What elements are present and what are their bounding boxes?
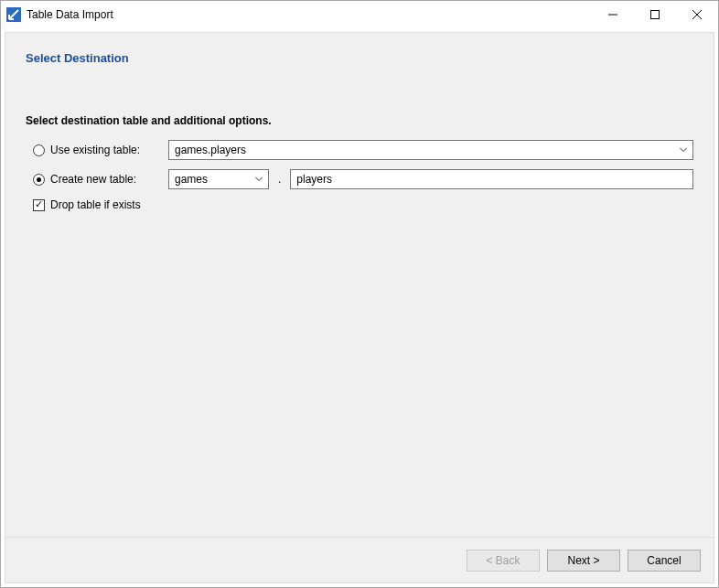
drop-if-exists-label: Drop table if exists [50,198,141,211]
create-new-row: Create new table: games . [26,169,693,189]
schema-select[interactable]: games [168,169,269,189]
import-wizard-window: Table Data Import Select Destination Sel… [0,0,719,588]
minimize-button[interactable] [592,1,634,28]
next-button[interactable]: Next > [547,550,620,572]
use-existing-radio-wrap[interactable]: Use existing table: [33,144,143,156]
create-new-label: Create new table: [50,173,136,186]
maximize-button[interactable] [634,1,676,28]
page-instruction: Select destination table and additional … [26,114,693,127]
wizard-content: Select Destination Select destination ta… [5,32,714,538]
use-existing-row: Use existing table: games.players [26,140,693,160]
existing-table-select[interactable]: games.players [168,140,693,160]
chevron-down-icon [680,148,687,153]
existing-table-value: games.players [175,144,246,156]
schema-value: games [175,173,208,186]
wizard-footer: < Back Next > Cancel [5,538,714,583]
create-new-radio[interactable] [33,174,45,186]
cancel-button[interactable]: Cancel [628,550,701,572]
page-heading: Select Destination [26,51,693,65]
app-icon [6,7,21,22]
create-new-radio-wrap[interactable]: Create new table: [33,173,143,186]
window-controls [592,1,718,28]
close-button[interactable] [676,1,718,28]
window-title: Table Data Import [27,8,113,21]
back-button: < Back [467,550,540,572]
table-name-input[interactable] [290,169,693,189]
drop-if-exists-row[interactable]: Drop table if exists [26,198,693,211]
svg-rect-2 [651,11,660,19]
drop-if-exists-checkbox[interactable] [33,199,45,211]
use-existing-radio[interactable] [33,144,45,156]
titlebar: Table Data Import [1,1,718,28]
chevron-down-icon [255,177,263,182]
use-existing-label: Use existing table: [50,144,140,156]
schema-table-separator: . [278,173,281,186]
